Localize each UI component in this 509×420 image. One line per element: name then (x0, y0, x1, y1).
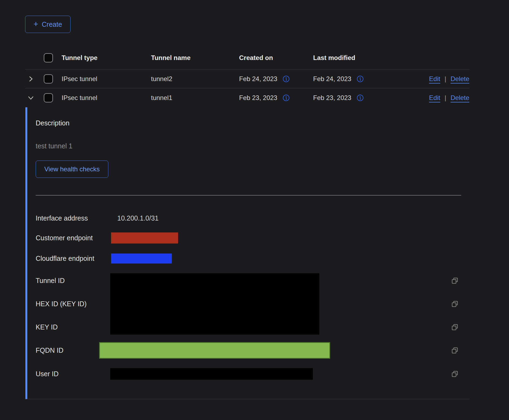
tunnels-table: Tunnel type Tunnel name Created on Last … (25, 46, 469, 399)
info-icon[interactable] (357, 75, 364, 82)
customer-endpoint-redacted-value (111, 232, 178, 244)
description-label: Description (36, 119, 469, 127)
cloudflare-endpoint-label: Cloudflare endpoint (36, 255, 117, 262)
create-button-label: Create (42, 21, 62, 28)
header-last-modified: Last modified (313, 54, 387, 62)
delete-link[interactable]: Delete (451, 75, 469, 83)
actions-separator: | (444, 75, 446, 83)
edit-link[interactable]: Edit (429, 94, 440, 102)
last-modified-cell: Feb 24, 2023 (313, 75, 351, 83)
ids-redacted-value (110, 273, 319, 335)
description-value: test tunnel 1 (36, 142, 469, 150)
created-on-cell: Feb 24, 2023 (239, 75, 277, 83)
info-icon[interactable] (357, 94, 364, 101)
info-icon[interactable] (283, 75, 290, 82)
interface-address-value: 10.200.1.0/31 (117, 214, 159, 222)
copy-icon[interactable] (451, 300, 458, 308)
row-checkbox[interactable] (44, 93, 53, 102)
expand-row-button[interactable] (25, 76, 44, 82)
cloudflare-endpoint-redacted-value (111, 254, 172, 264)
collapse-row-button[interactable] (25, 95, 44, 101)
chevron-right-icon (28, 76, 34, 82)
last-modified-cell: Feb 23, 2023 (313, 94, 351, 102)
table-header-row: Tunnel type Tunnel name Created on Last … (25, 46, 469, 69)
header-tunnel-name: Tunnel name (151, 54, 239, 62)
tunnel-type-cell: IPsec tunnel (62, 94, 151, 102)
copy-icon[interactable] (451, 324, 458, 331)
tunnel-name-cell: tunnel1 (151, 94, 239, 102)
view-health-checks-button[interactable]: View health checks (36, 161, 108, 178)
actions-separator: | (444, 94, 446, 102)
select-all-checkbox[interactable] (44, 53, 53, 62)
copy-icon[interactable] (451, 277, 458, 284)
tunnel-id-label: Tunnel ID (36, 277, 117, 285)
table-row: IPsec tunnel tunnel1 Feb 23, 2023 Feb 23… (25, 88, 469, 107)
header-tunnel-type: Tunnel type (62, 54, 151, 62)
create-button[interactable]: + Create (25, 16, 71, 33)
detail-row-cloudflare-endpoint: Cloudflare endpoint (36, 248, 469, 269)
copy-icon[interactable] (451, 370, 458, 378)
plus-icon: + (34, 20, 38, 28)
tunnel-type-cell: IPsec tunnel (62, 75, 151, 83)
edit-link[interactable]: Edit (429, 75, 440, 83)
row-checkbox[interactable] (44, 74, 53, 84)
chevron-down-icon (28, 95, 34, 101)
key-id-label: KEY ID (36, 323, 117, 331)
user-id-redacted-value (110, 368, 313, 380)
detail-row-customer-endpoint: Customer endpoint (36, 228, 469, 248)
header-created-on: Created on (239, 54, 313, 62)
table-row: IPsec tunnel tunnel2 Feb 24, 2023 Feb 24… (25, 69, 469, 88)
user-id-label: User ID (36, 370, 117, 378)
customer-endpoint-label: Customer endpoint (36, 234, 117, 242)
detail-row-user-id: User ID (36, 362, 469, 386)
info-icon[interactable] (283, 94, 290, 101)
fqdn-id-redacted-value (99, 342, 330, 359)
delete-link[interactable]: Delete (451, 94, 469, 102)
copy-icon[interactable] (451, 347, 458, 354)
detail-row-interface-address: Interface address 10.200.1.0/31 (36, 208, 469, 228)
hex-id-label: HEX ID (KEY ID) (36, 300, 117, 308)
detail-row-fqdn-id: FQDN ID (36, 339, 469, 362)
tunnel-name-cell: tunnel2 (151, 75, 239, 83)
tunnel-details: Interface address 10.200.1.0/31 Customer… (36, 195, 469, 386)
created-on-cell: Feb 23, 2023 (239, 94, 277, 102)
interface-address-label: Interface address (36, 214, 117, 222)
tunnel-detail-panel: Description test tunnel 1 View health ch… (25, 107, 469, 399)
tunnels-page: + Create Tunnel type Tunnel name Created… (0, 0, 509, 399)
